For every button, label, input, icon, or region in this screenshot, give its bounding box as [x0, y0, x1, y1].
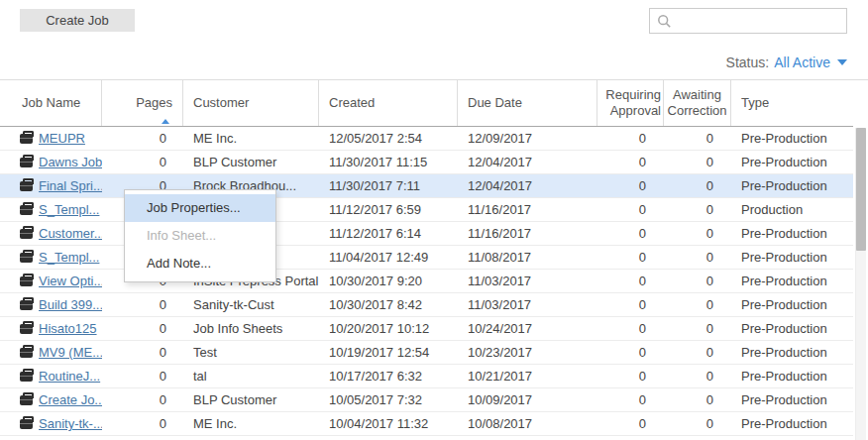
menu-item-info-sheet[interactable]: Info Sheet...	[125, 222, 275, 250]
column-header-job-name[interactable]: Job Name	[0, 80, 102, 126]
column-header-type[interactable]: Type	[731, 80, 852, 126]
type-cell: Pre-Production	[731, 388, 852, 411]
awaiting-correction-cell: 0	[664, 174, 731, 197]
awaiting-correction-cell: 0	[664, 412, 731, 435]
column-header-requiring-approval[interactable]: Requiring Approval	[597, 80, 664, 126]
due-date-cell: 10/08/2017	[458, 412, 597, 435]
pages-cell: 0	[102, 127, 183, 150]
pages-cell: 0	[102, 293, 183, 316]
due-date-cell: 11/03/2017	[458, 270, 597, 292]
awaiting-correction-cell: 0	[664, 388, 731, 411]
due-date-cell: 10/09/2017	[458, 388, 597, 411]
created-cell: 11/04/2017 12:49	[319, 246, 458, 269]
scrollbar-thumb[interactable]	[856, 128, 866, 251]
requiring-approval-cell: 0	[597, 293, 664, 316]
table-row[interactable]: Hisato125 0 Job Info Sheets 10/20/2017 1…	[0, 317, 853, 341]
column-header-label: Pages	[136, 95, 172, 111]
type-cell: Pre-Production	[731, 270, 852, 292]
job-name-link[interactable]: Customer...	[39, 222, 102, 245]
awaiting-correction-cell: 0	[664, 127, 731, 150]
briefcase-icon	[20, 324, 33, 334]
requiring-approval-cell: 0	[597, 341, 664, 364]
created-cell: 11/12/2017 6:59	[319, 198, 458, 221]
column-header-customer[interactable]: Customer	[183, 80, 319, 126]
table-row[interactable]: MEUPR 0 ME Inc. 12/05/2017 2:54 12/09/20…	[0, 127, 853, 151]
job-name-link[interactable]: MV9 (ME...	[39, 341, 102, 364]
job-name-link[interactable]: RoutineJ...	[39, 365, 100, 387]
requiring-approval-cell: 0	[597, 412, 664, 435]
table-row[interactable]: Sanity-tk-... 0 ME Inc. 10/04/2017 11:32…	[0, 412, 853, 436]
job-name-link[interactable]: S_Templ...	[39, 246, 99, 269]
job-name-link[interactable]: Sanity-tk-...	[39, 412, 102, 435]
requiring-approval-cell: 0	[597, 198, 664, 221]
table-row[interactable]: Dawns Job 0 BLP Customer 11/30/2017 11:1…	[0, 151, 853, 174]
status-filter[interactable]: Status: All Active	[726, 55, 847, 70]
job-name-link[interactable]: Hisato125	[39, 317, 97, 340]
create-job-button[interactable]: Create Job	[20, 9, 135, 32]
created-cell: 10/20/2017 10:12	[319, 317, 458, 340]
type-cell: Pre-Production	[731, 341, 852, 364]
status-value[interactable]: All Active	[774, 55, 830, 70]
requiring-approval-cell: 0	[597, 246, 664, 269]
table-row[interactable]: Create Jo... 0 BLP Customer 10/05/2017 7…	[0, 388, 853, 412]
job-name-link[interactable]: Create Jo...	[39, 388, 102, 411]
column-header-created[interactable]: Created	[319, 80, 458, 126]
vertical-scrollbar[interactable]	[855, 128, 866, 440]
type-cell: Pre-Production	[731, 365, 852, 387]
briefcase-icon	[20, 181, 33, 191]
table-row[interactable]: RoutineJ... 0 tal 10/17/2017 6:32 10/21/…	[0, 365, 853, 388]
column-header-label: Type	[741, 95, 769, 111]
type-cell: Production	[731, 198, 852, 221]
customer-cell: BLP Customer	[183, 151, 319, 173]
column-header-due-date[interactable]: Due Date	[458, 80, 597, 126]
due-date-cell: 10/24/2017	[458, 317, 597, 340]
column-header-label: Created	[329, 95, 375, 111]
menu-item-add-note[interactable]: Add Note...	[125, 250, 275, 277]
job-name-cell: MEUPR	[0, 127, 102, 150]
briefcase-icon	[20, 229, 33, 239]
type-cell: Pre-Production	[731, 127, 852, 150]
status-dropdown-caret-icon[interactable]	[837, 59, 847, 65]
job-name-cell: Dawns Job	[0, 151, 102, 173]
requiring-approval-cell: 0	[597, 365, 664, 387]
job-name-link[interactable]: View Opti...	[39, 270, 102, 292]
customer-cell: ME Inc.	[183, 412, 319, 435]
type-cell: Pre-Production	[731, 293, 852, 316]
table-row[interactable]: MV9 (ME... 0 Test 10/19/2017 12:54 10/23…	[0, 341, 853, 365]
created-cell: 10/30/2017 9:20	[319, 270, 458, 292]
customer-cell: tal	[183, 365, 319, 387]
table-row[interactable]: Build 399... 0 Sanity-tk-Cust 10/30/2017…	[0, 293, 853, 317]
created-cell: 10/19/2017 12:54	[319, 341, 458, 364]
pages-cell: 0	[102, 341, 183, 364]
created-cell: 11/12/2017 6:14	[319, 222, 458, 245]
customer-cell: Job Info Sheets	[183, 317, 319, 340]
job-name-cell: View Opti...	[0, 270, 102, 292]
column-header-awaiting-correction[interactable]: Awaiting Correction	[664, 80, 731, 126]
job-name-link[interactable]: Build 399...	[39, 293, 102, 316]
toolbar: Create Job Status: All Active	[0, 0, 868, 79]
due-date-cell: 11/16/2017	[458, 222, 597, 245]
requiring-approval-cell: 0	[597, 388, 664, 411]
requiring-approval-cell: 0	[597, 270, 664, 292]
job-name-link[interactable]: S_Templ...	[39, 198, 99, 221]
type-cell: Pre-Production	[731, 174, 852, 197]
job-name-link[interactable]: Dawns Job	[39, 151, 102, 173]
created-cell: 12/05/2017 2:54	[319, 127, 458, 150]
briefcase-icon	[20, 372, 33, 382]
menu-item-job-properties[interactable]: Job Properties...	[125, 194, 275, 222]
due-date-cell: 12/04/2017	[458, 174, 597, 197]
awaiting-correction-cell: 0	[664, 246, 731, 269]
job-name-link[interactable]: MEUPR	[39, 127, 85, 150]
column-header-pages[interactable]: Pages	[102, 80, 183, 126]
briefcase-icon	[20, 348, 33, 358]
type-cell: Pre-Production	[731, 222, 852, 245]
awaiting-correction-cell: 0	[664, 341, 731, 364]
job-name-cell: MV9 (ME...	[0, 341, 102, 364]
search-input[interactable]	[672, 9, 846, 33]
briefcase-icon	[20, 300, 33, 310]
type-cell: Pre-Production	[731, 317, 852, 340]
pages-cell: 0	[102, 365, 183, 387]
job-name-link[interactable]: Final Spri...	[39, 174, 102, 197]
briefcase-icon	[20, 134, 33, 144]
column-header-label: Awaiting Correction	[664, 87, 730, 118]
